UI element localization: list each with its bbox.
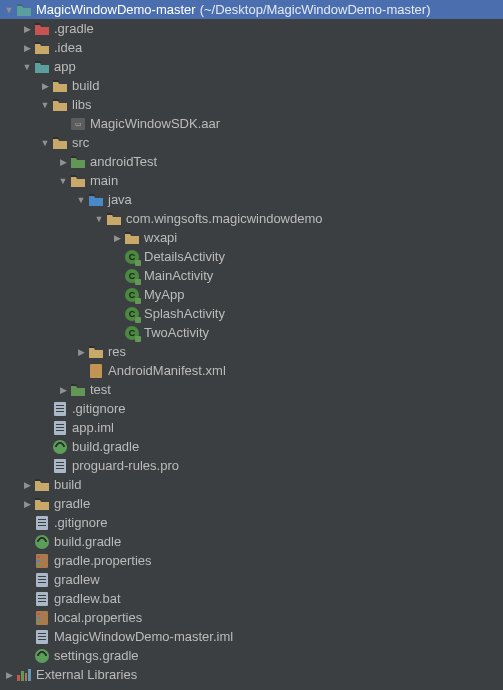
file-icon bbox=[52, 458, 68, 474]
expand-arrow[interactable]: ▶ bbox=[20, 497, 34, 511]
tree-item-label: gradle bbox=[54, 496, 90, 511]
class-icon bbox=[124, 268, 140, 284]
tree-item-label: MagicWindowSDK.aar bbox=[90, 116, 220, 131]
build-folder[interactable]: ▶build bbox=[0, 76, 503, 95]
gitignore-root[interactable]: .gitignore bbox=[0, 513, 503, 532]
expand-arrow[interactable]: ▼ bbox=[2, 3, 16, 17]
expand-arrow[interactable]: ▶ bbox=[56, 383, 70, 397]
wxapi-folder[interactable]: ▶wxapi bbox=[0, 228, 503, 247]
folder-icon bbox=[88, 344, 104, 360]
class-icon bbox=[124, 325, 140, 341]
src-folder[interactable]: ▼src bbox=[0, 133, 503, 152]
gradle-properties[interactable]: gradle.properties bbox=[0, 551, 503, 570]
gradlew-bat[interactable]: gradlew.bat bbox=[0, 589, 503, 608]
class-myapp[interactable]: MyApp bbox=[0, 285, 503, 304]
folder-icon bbox=[124, 230, 140, 246]
expand-arrow[interactable]: ▼ bbox=[74, 193, 88, 207]
folder-icon bbox=[34, 477, 50, 493]
tree-item-label: TwoActivity bbox=[144, 325, 209, 340]
file-icon bbox=[34, 629, 50, 645]
class-icon bbox=[124, 287, 140, 303]
app-module[interactable]: ▼app bbox=[0, 57, 503, 76]
folder-icon bbox=[34, 21, 50, 37]
tree-item-label: MainActivity bbox=[144, 268, 213, 283]
folder-icon bbox=[34, 40, 50, 56]
build-root[interactable]: ▶build bbox=[0, 475, 503, 494]
expand-arrow[interactable]: ▼ bbox=[92, 212, 106, 226]
class-icon bbox=[124, 306, 140, 322]
tree-item-label: test bbox=[90, 382, 111, 397]
tree-item-label: settings.gradle bbox=[54, 648, 139, 663]
external-libraries-label: External Libraries bbox=[36, 667, 137, 682]
expand-arrow[interactable]: ▼ bbox=[56, 174, 70, 188]
expand-arrow[interactable]: ▶ bbox=[20, 41, 34, 55]
expand-arrow[interactable]: ▶ bbox=[110, 231, 124, 245]
tree-item-label: src bbox=[72, 135, 89, 150]
project-name: MagicWindowDemo-master bbox=[36, 2, 196, 17]
main-folder[interactable]: ▼main bbox=[0, 171, 503, 190]
expand-arrow[interactable]: ▶ bbox=[20, 22, 34, 36]
project-root-row[interactable]: ▼ MagicWindowDemo-master (~/Desktop/Magi… bbox=[0, 0, 503, 19]
gradle-icon bbox=[34, 648, 50, 664]
tree-item-label: .gitignore bbox=[72, 401, 125, 416]
local-properties[interactable]: local.properties bbox=[0, 608, 503, 627]
build-gradle-root[interactable]: build.gradle bbox=[0, 532, 503, 551]
tree-item-label: build bbox=[54, 477, 81, 492]
tree-item-label: app.iml bbox=[72, 420, 114, 435]
folder-icon bbox=[52, 135, 68, 151]
package-folder[interactable]: ▼com.wingsofts.magicwindowdemo bbox=[0, 209, 503, 228]
file-icon bbox=[52, 401, 68, 417]
tree-item-label: MagicWindowDemo-master.iml bbox=[54, 629, 233, 644]
project-path: (~/Desktop/MagicWindowDemo-master) bbox=[200, 2, 431, 17]
prop-icon bbox=[34, 553, 50, 569]
idea-folder[interactable]: ▶.idea bbox=[0, 38, 503, 57]
tree-item-label: build bbox=[72, 78, 99, 93]
expand-arrow[interactable]: ▶ bbox=[38, 79, 52, 93]
class-splash[interactable]: SplashActivity bbox=[0, 304, 503, 323]
expand-arrow[interactable]: ▼ bbox=[38, 136, 52, 150]
external-libraries-row[interactable]: ▶ External Libraries bbox=[0, 665, 503, 684]
class-details[interactable]: DetailsActivity bbox=[0, 247, 503, 266]
class-main[interactable]: MainActivity bbox=[0, 266, 503, 285]
manifest-file[interactable]: AndroidManifest.xml bbox=[0, 361, 503, 380]
test-folder[interactable]: ▶test bbox=[0, 380, 503, 399]
gradle-folder[interactable]: ▶.gradle bbox=[0, 19, 503, 38]
app-iml[interactable]: app.iml bbox=[0, 418, 503, 437]
tree-item-label: libs bbox=[72, 97, 92, 112]
gitignore-app[interactable]: .gitignore bbox=[0, 399, 503, 418]
aar-icon bbox=[70, 116, 86, 132]
proguard-file[interactable]: proguard-rules.pro bbox=[0, 456, 503, 475]
file-icon bbox=[34, 591, 50, 607]
gradle-icon bbox=[52, 439, 68, 455]
class-two[interactable]: TwoActivity bbox=[0, 323, 503, 342]
project-iml[interactable]: MagicWindowDemo-master.iml bbox=[0, 627, 503, 646]
expand-arrow[interactable]: ▼ bbox=[20, 60, 34, 74]
aar-file[interactable]: MagicWindowSDK.aar bbox=[0, 114, 503, 133]
tree-item-label: build.gradle bbox=[54, 534, 121, 549]
tree-item-label: MyApp bbox=[144, 287, 184, 302]
expand-arrow[interactable]: ▶ bbox=[74, 345, 88, 359]
expand-arrow[interactable]: ▶ bbox=[20, 478, 34, 492]
settings-gradle[interactable]: settings.gradle bbox=[0, 646, 503, 665]
libs-folder[interactable]: ▼libs bbox=[0, 95, 503, 114]
expand-arrow[interactable]: ▼ bbox=[38, 98, 52, 112]
res-folder[interactable]: ▶res bbox=[0, 342, 503, 361]
tree-item-label: build.gradle bbox=[72, 439, 139, 454]
tree-item-label: com.wingsofts.magicwindowdemo bbox=[126, 211, 323, 226]
external-libraries-icon bbox=[16, 667, 32, 683]
tree-item-label: gradlew.bat bbox=[54, 591, 121, 606]
folder-icon bbox=[34, 59, 50, 75]
gradlew[interactable]: gradlew bbox=[0, 570, 503, 589]
expand-arrow[interactable]: ▶ bbox=[2, 668, 16, 682]
androidtest-folder[interactable]: ▶androidTest bbox=[0, 152, 503, 171]
project-tree: ▶.gradle▶.idea▼app▶build▼libsMagicWindow… bbox=[0, 19, 503, 665]
folder-icon bbox=[88, 192, 104, 208]
java-folder[interactable]: ▼java bbox=[0, 190, 503, 209]
tree-item-label: main bbox=[90, 173, 118, 188]
gradle-root[interactable]: ▶gradle bbox=[0, 494, 503, 513]
tree-item-label: AndroidManifest.xml bbox=[108, 363, 226, 378]
tree-item-label: proguard-rules.pro bbox=[72, 458, 179, 473]
tree-item-label: app bbox=[54, 59, 76, 74]
build-gradle-app[interactable]: build.gradle bbox=[0, 437, 503, 456]
expand-arrow[interactable]: ▶ bbox=[56, 155, 70, 169]
